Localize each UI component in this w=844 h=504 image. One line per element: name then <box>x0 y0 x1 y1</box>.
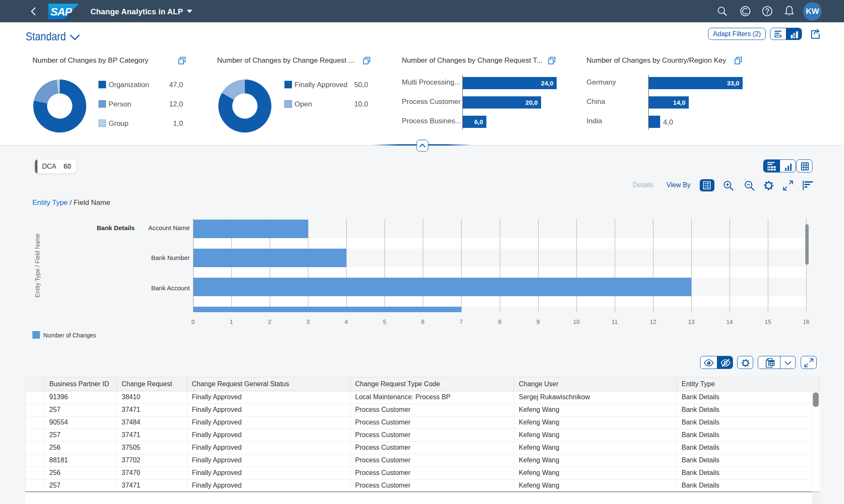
svg-text:SAP: SAP <box>50 5 72 18</box>
